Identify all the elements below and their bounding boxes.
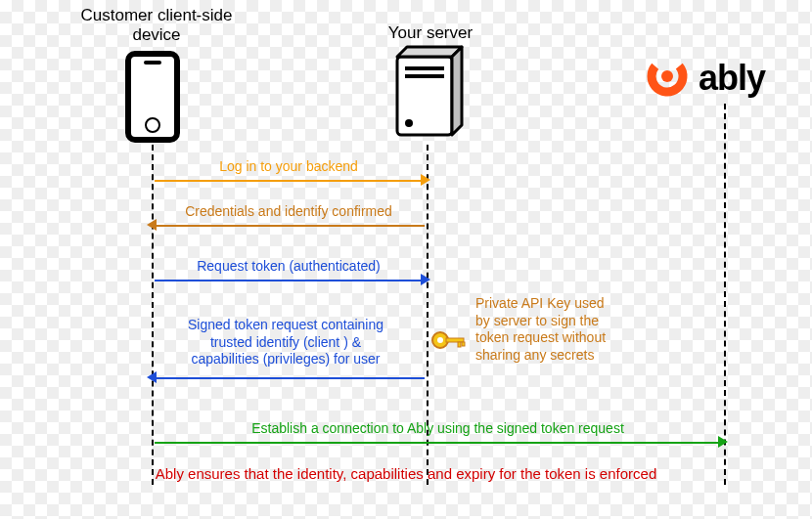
server-icon xyxy=(391,45,464,147)
arrow-request-token xyxy=(155,280,423,281)
arrow-signed-token xyxy=(155,377,425,379)
svg-rect-11 xyxy=(458,342,461,347)
arrow-credentials-head xyxy=(147,219,157,231)
arrow-credentials xyxy=(155,225,425,227)
ably-wordmark: ably xyxy=(699,58,765,99)
ably-lifeline xyxy=(724,104,726,485)
arrow-request-token-head xyxy=(421,274,430,285)
arrow-signed-token-head xyxy=(147,371,157,383)
footer-note: Ably ensures that the identity, capabili… xyxy=(0,465,812,482)
server-title: Your server xyxy=(352,23,509,43)
svg-rect-10 xyxy=(446,338,464,342)
svg-marker-2 xyxy=(452,47,462,135)
ably-logo-icon xyxy=(646,55,689,102)
arrow-login xyxy=(155,180,423,182)
msg-credentials: Credentials and identify confirmed xyxy=(157,203,421,221)
msg-signed-token: Signed token request containing trusted … xyxy=(147,317,425,368)
msg-login: Log in to your backend xyxy=(157,158,421,176)
arrow-establish-head xyxy=(718,436,728,448)
svg-point-7 xyxy=(661,70,673,82)
private-key-note: Private API Key used by server to sign t… xyxy=(475,295,612,364)
client-lifeline xyxy=(152,145,154,485)
msg-establish: Establish a connection to Ably using the… xyxy=(157,420,719,438)
svg-rect-3 xyxy=(405,66,444,70)
client-title: Customer client-side device xyxy=(64,6,249,46)
ably-logo: ably xyxy=(646,55,765,102)
msg-request-token: Request token (authenticated) xyxy=(157,258,421,276)
phone-icon xyxy=(125,51,180,143)
arrow-establish xyxy=(155,442,720,444)
key-icon xyxy=(430,328,466,356)
svg-point-5 xyxy=(405,119,413,127)
svg-point-9 xyxy=(437,337,443,343)
arrow-login-head xyxy=(421,174,430,186)
svg-rect-12 xyxy=(462,342,465,346)
sequence-diagram: Customer client-side device Your server … xyxy=(0,0,812,519)
svg-rect-4 xyxy=(405,74,444,78)
